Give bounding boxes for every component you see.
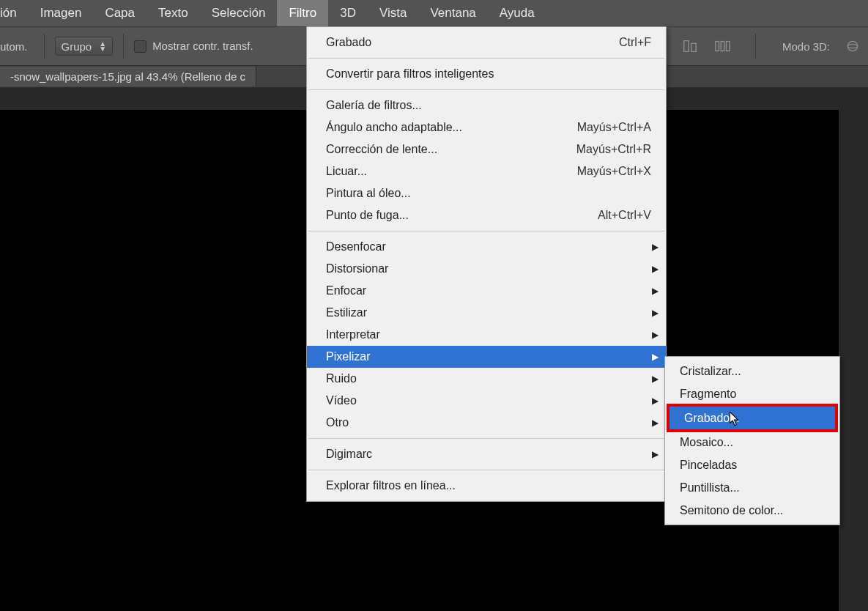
menu-item-distorsionar[interactable]: Distorsionar ▶: [307, 258, 666, 280]
checkbox-icon[interactable]: [134, 40, 146, 53]
menu-separator: [308, 58, 664, 59]
submenu-arrow-icon: ▶: [652, 418, 659, 428]
menu-item-otro[interactable]: Otro ▶: [307, 412, 666, 434]
submenu-arrow-icon: ▶: [652, 396, 659, 406]
document-tab[interactable]: -snow_wallpapers-15.jpg al 43.4% (Rellen…: [0, 67, 256, 86]
menu-item-label: Explorar filtros en línea...: [326, 479, 651, 492]
show-transform-controls[interactable]: Mostrar contr. transf.: [134, 40, 253, 53]
menu-item-grabado[interactable]: Grabado Ctrl+F: [307, 32, 666, 53]
submenu-item-label: Puntillista...: [680, 481, 829, 495]
menu-item-estilizar[interactable]: Estilizar ▶: [307, 302, 666, 324]
menu-item-pintura-oleo[interactable]: Pintura al óleo...: [307, 182, 666, 204]
dropdown-arrows-icon: ▲▼: [99, 41, 106, 51]
menu-item-label: Galería de filtros...: [326, 99, 651, 112]
options-left-fragment: utom.: [0, 40, 34, 53]
menu-item-video[interactable]: Vídeo ▶: [307, 390, 666, 412]
menu-item-label: Corrección de lente...: [326, 143, 547, 156]
menu-filtro[interactable]: Filtro: [277, 0, 328, 26]
divider: [44, 34, 45, 59]
distribute-tool-icon[interactable]: [713, 37, 732, 56]
menu-ayuda[interactable]: Ayuda: [488, 0, 546, 26]
menu-item-desenfocar[interactable]: Desenfocar ▶: [307, 236, 666, 258]
menu-separator: [308, 89, 664, 90]
menu-item-label: Pixelizar: [326, 350, 651, 363]
submenu-item-label: Mosaico...: [680, 436, 829, 449]
svg-rect-0: [684, 41, 689, 52]
menu-ventana[interactable]: Ventana: [418, 0, 487, 26]
menu-item-ruido[interactable]: Ruido ▶: [307, 368, 666, 390]
submenu-item-semitono-color[interactable]: Semitono de color...: [665, 499, 839, 522]
menu-capa[interactable]: Capa: [93, 0, 146, 26]
submenu-item-label: Fragmento: [680, 388, 829, 401]
menu-item-enfocar[interactable]: Enfocar ▶: [307, 280, 666, 302]
divider: [755, 34, 756, 59]
menu-item-label: Distorsionar: [326, 262, 651, 275]
submenu-item-fragmento[interactable]: Fragmento: [665, 382, 839, 405]
options-right-tools: Modo 3D:: [680, 34, 862, 59]
submenu-item-grabado[interactable]: Grabado...: [669, 407, 835, 429]
submenu-arrow-icon: ▶: [652, 352, 659, 362]
submenu-item-label: Cristalizar...: [680, 365, 829, 378]
menu-item-punto-fuga[interactable]: Punto de fuga... Alt+Ctrl+V: [307, 204, 666, 226]
menu-edicion[interactable]: ión: [0, 0, 29, 26]
menu-item-explorar-filtros-en-linea[interactable]: Explorar filtros en línea...: [307, 475, 666, 497]
submenu-arrow-icon: ▶: [652, 286, 659, 296]
menu-separator: [308, 470, 664, 470]
svg-rect-2: [716, 42, 719, 51]
submenu-arrow-icon: ▶: [652, 449, 659, 459]
svg-point-5: [847, 41, 857, 51]
menu-item-label: Convertir para filtros inteligentes: [326, 67, 651, 81]
submenu-arrow-icon: ▶: [652, 330, 659, 340]
menu-item-label: Grabado: [326, 36, 590, 49]
show-transform-controls-label: Mostrar contr. transf.: [152, 40, 253, 52]
menu-item-convertir-filtros-inteligentes[interactable]: Convertir para filtros inteligentes: [307, 63, 666, 85]
menu-item-shortcut: Ctrl+F: [590, 36, 651, 49]
menu-item-interpretar[interactable]: Interpretar ▶: [307, 324, 666, 346]
menu-item-label: Licuar...: [326, 165, 548, 178]
submenu-item-pinceladas[interactable]: Pinceladas: [665, 453, 839, 476]
submenu-item-cristalizar[interactable]: Cristalizar...: [665, 360, 839, 382]
menu-separator: [308, 231, 664, 232]
svg-rect-1: [691, 43, 696, 51]
menu-item-shortcut: Alt+Ctrl+V: [568, 209, 651, 222]
menu-item-label: Punto de fuga...: [326, 209, 568, 222]
menu-item-label: Pintura al óleo...: [326, 187, 651, 200]
menu-item-label: Desenfocar: [326, 240, 651, 253]
menu-item-galeria-filtros[interactable]: Galería de filtros...: [307, 95, 666, 116]
menu-item-digimarc[interactable]: Digimarc ▶: [307, 443, 666, 465]
menu-item-label: Digimarc: [326, 448, 651, 461]
submenu-item-mosaico[interactable]: Mosaico...: [665, 431, 839, 453]
menu-item-shortcut: Mayús+Ctrl+X: [548, 165, 651, 178]
menu-item-pixelizar[interactable]: Pixelizar ▶: [307, 346, 666, 368]
submenu-arrow-icon: ▶: [652, 264, 659, 274]
submenu-arrow-icon: ▶: [652, 308, 659, 318]
submenu-item-label: Semitono de color...: [680, 504, 829, 517]
menu-item-shortcut: Mayús+Ctrl+R: [547, 143, 651, 156]
menu-item-label: Otro: [326, 416, 651, 429]
menu-item-label: Enfocar: [326, 284, 651, 297]
menu-item-label: Estilizar: [326, 306, 651, 319]
submenu-arrow-icon: ▶: [652, 242, 659, 252]
menu-item-angulo-ancho[interactable]: Ángulo ancho adaptable... Mayús+Ctrl+A: [307, 116, 666, 138]
menu-item-correccion-lente[interactable]: Corrección de lente... Mayús+Ctrl+R: [307, 138, 666, 160]
submenu-item-label: Pinceladas: [680, 459, 829, 472]
submenu-item-label: Grabado...: [684, 412, 825, 425]
menu-item-label: Vídeo: [326, 394, 651, 407]
align-tool-icon[interactable]: [680, 37, 700, 56]
divider: [123, 34, 124, 59]
svg-rect-4: [726, 42, 730, 51]
menu-item-label: Interpretar: [326, 328, 651, 341]
submenu-item-puntillista[interactable]: Puntillista...: [665, 476, 839, 499]
menu-seleccion[interactable]: Selección: [200, 0, 278, 26]
pixelizar-submenu: Cristalizar... Fragmento Grabado... Mosa…: [664, 356, 840, 525]
menu-vista[interactable]: Vista: [368, 0, 419, 26]
menu-3d[interactable]: 3D: [328, 0, 368, 26]
svg-rect-3: [721, 42, 724, 51]
menu-texto[interactable]: Texto: [146, 0, 200, 26]
group-select[interactable]: Grupo ▲▼: [55, 37, 114, 56]
orbit-3d-icon[interactable]: [843, 37, 862, 56]
menubar: ión Imagen Capa Texto Selección Filtro 3…: [0, 0, 868, 26]
menu-imagen[interactable]: Imagen: [29, 0, 94, 26]
menu-item-licuar[interactable]: Licuar... Mayús+Ctrl+X: [307, 160, 666, 182]
menu-separator: [308, 438, 664, 439]
